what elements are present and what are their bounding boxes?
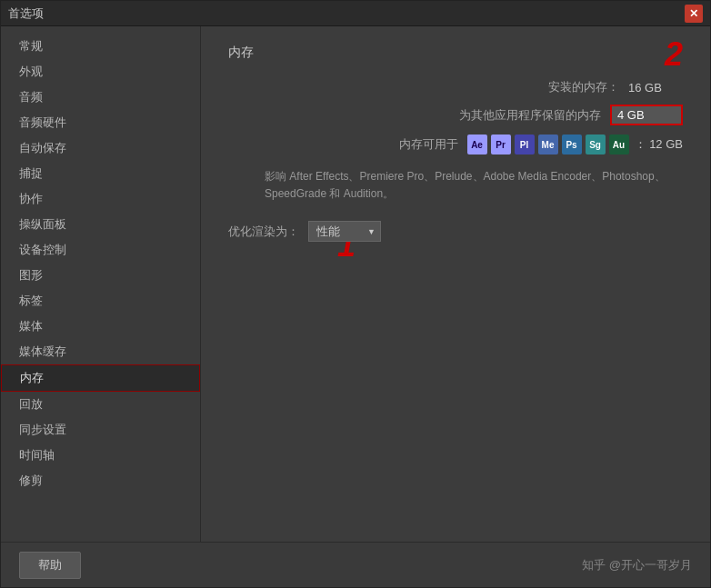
optimize-label: 优化渲染为： — [228, 224, 299, 240]
sidebar-item-audio-hardware[interactable]: 音频硬件 — [1, 110, 200, 135]
footer: 帮助 知乎 @开心一哥岁月 — [1, 542, 710, 587]
titlebar: 首选项 ✕ — [1, 1, 710, 26]
window-title: 首选项 — [8, 5, 44, 22]
sidebar-item-sync-settings[interactable]: 同步设置 — [1, 417, 200, 443]
sidebar: 常规 外观 音频 音频硬件 自动保存 捕捉 协作 操纵面板 设备控制 图形 标签… — [1, 26, 201, 542]
sidebar-item-appearance[interactable]: 外观 — [1, 59, 200, 85]
sidebar-item-autosave[interactable]: 自动保存 — [1, 135, 200, 161]
available-memory-row: 内存可用于 Ae Pr Pl Me Ps Sg Au ： 12 GB — [228, 135, 683, 154]
icon-photoshop: Ps — [562, 135, 582, 154]
preferences-window: 首选项 ✕ 常规 外观 音频 音频硬件 自动保存 捕捉 协作 操纵面板 设备控制… — [0, 0, 711, 588]
sidebar-item-graphics[interactable]: 图形 — [1, 263, 200, 288]
description-text: 影响 After Effects、Premiere Pro、Prelude、Ad… — [228, 168, 683, 203]
sidebar-item-playback[interactable]: 回放 — [1, 392, 200, 417]
icon-speedgrade: Sg — [586, 135, 606, 154]
sidebar-item-trim[interactable]: 修剪 — [1, 468, 200, 493]
optimize-select-wrapper: 性能 内存 — [308, 221, 381, 242]
available-memory-label: 内存可用于 — [399, 136, 458, 153]
section-title: 内存 — [228, 45, 683, 61]
sidebar-item-audio[interactable]: 音频 — [1, 85, 200, 110]
sidebar-item-device-control[interactable]: 设备控制 — [1, 237, 200, 263]
optimize-row: 优化渲染为： 性能 内存 — [228, 221, 683, 242]
icon-prelude: Pl — [515, 135, 535, 154]
sidebar-item-control-surface[interactable]: 操纵面板 — [1, 212, 200, 237]
installed-memory-label: 安装的内存： — [548, 79, 619, 95]
installed-memory-row: 安装的内存： 16 GB — [228, 79, 683, 95]
sidebar-item-media[interactable]: 媒体 — [1, 314, 200, 339]
sidebar-item-labels[interactable]: 标签 — [1, 288, 200, 314]
installed-memory-value: 16 GB — [628, 81, 683, 95]
app-icons-container: Ae Pr Pl Me Ps Sg Au — [467, 135, 629, 154]
icon-premiere-pro: Pr — [491, 135, 511, 154]
sidebar-item-capture[interactable]: 捕捉 — [1, 161, 200, 186]
sidebar-item-memory[interactable]: 内存 — [1, 364, 200, 392]
main-panel: 1 2 内存 安装的内存： 16 GB 为其他应用程序保留的内存 内存可用于 A… — [201, 26, 710, 542]
icon-audition: Au — [609, 135, 629, 154]
sidebar-item-timeline[interactable]: 时间轴 — [1, 443, 200, 468]
reserved-memory-input[interactable] — [610, 105, 683, 125]
sidebar-item-media-cache[interactable]: 媒体缓存 — [1, 339, 200, 364]
content-area: 常规 外观 音频 音频硬件 自动保存 捕捉 协作 操纵面板 设备控制 图形 标签… — [1, 26, 710, 542]
annotation-2: 2 — [665, 35, 683, 74]
available-memory-value: ： 12 GB — [635, 136, 683, 153]
icon-media-encoder: Me — [538, 135, 558, 154]
close-button[interactable]: ✕ — [685, 5, 703, 23]
sidebar-item-general[interactable]: 常规 — [1, 34, 200, 59]
optimize-select[interactable]: 性能 内存 — [308, 221, 381, 242]
help-button[interactable]: 帮助 — [19, 552, 81, 579]
sidebar-item-collaboration[interactable]: 协作 — [1, 186, 200, 212]
reserved-memory-label: 为其他应用程序保留的内存 — [459, 107, 601, 124]
watermark: 知乎 @开心一哥岁月 — [582, 557, 692, 573]
icon-after-effects: Ae — [467, 135, 487, 154]
reserved-memory-row: 为其他应用程序保留的内存 — [228, 105, 683, 125]
